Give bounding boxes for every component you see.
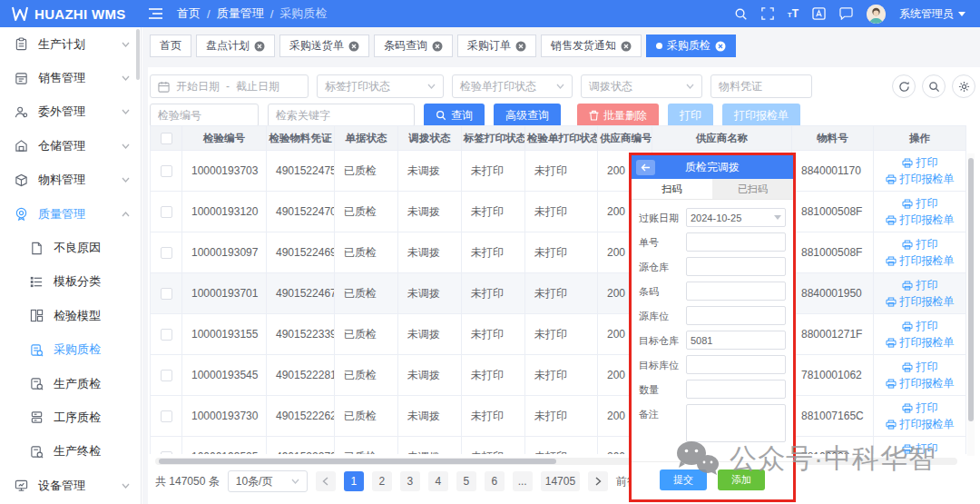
scrollbar-thumb[interactable]	[968, 158, 974, 421]
batch-delete-button[interactable]: 批量删除	[577, 104, 659, 127]
page-size-select[interactable]: 10条/页	[228, 470, 308, 492]
sidebar-item-production-qc[interactable]: 生产质检	[0, 367, 141, 400]
user-menu[interactable]: 系统管理员	[899, 6, 965, 22]
back-button[interactable]	[636, 160, 655, 175]
print-button[interactable]: 打印	[668, 104, 713, 127]
more-pages-button[interactable]: ...	[513, 471, 533, 491]
settings-button[interactable]	[952, 74, 975, 98]
keyword-input[interactable]	[268, 104, 415, 127]
translate-icon[interactable]	[812, 7, 826, 20]
row-checkbox[interactable]	[161, 288, 172, 300]
search-icon[interactable]	[734, 7, 748, 21]
inspect-no-input[interactable]	[150, 104, 259, 127]
row-checkbox[interactable]	[161, 165, 172, 177]
advanced-search-button[interactable]: 高级查询	[494, 104, 561, 127]
sidebar-item-defect-reason[interactable]: 不良原因	[0, 231, 141, 264]
print-link[interactable]: 打印	[874, 236, 965, 252]
inspect-print-status-select[interactable]: 检验单打印状态	[452, 74, 573, 98]
breadcrumb-quality[interactable]: 质量管理	[217, 5, 264, 22]
tab-barcode-query[interactable]: 条码查询	[374, 35, 453, 57]
print-report-link[interactable]: 打印报检单	[874, 375, 965, 391]
sidebar-item-quality[interactable]: 质量管理	[0, 197, 141, 231]
tab-scan[interactable]: 扫码	[632, 179, 712, 199]
sidebar-item-equipment[interactable]: 设备管理	[0, 469, 141, 502]
source-bin-input[interactable]	[686, 306, 786, 325]
tab-sales-notice[interactable]: 销售发货通知	[541, 35, 642, 57]
close-icon[interactable]	[432, 41, 443, 52]
print-report-button[interactable]: 打印报检单	[722, 104, 800, 127]
print-link[interactable]: 打印	[874, 440, 965, 454]
select-all-checkbox[interactable]	[161, 133, 172, 144]
close-icon[interactable]	[254, 41, 265, 52]
target-warehouse-input[interactable]	[686, 331, 786, 350]
search-button[interactable]: 查询	[424, 104, 485, 127]
material-voucher-input[interactable]	[710, 74, 812, 98]
sidebar-item-purchase-qc[interactable]: 采购质检	[0, 333, 141, 367]
row-checkbox[interactable]	[161, 451, 172, 454]
page-button[interactable]: 1	[344, 471, 364, 491]
avatar[interactable]	[867, 5, 886, 24]
sidebar-item-template-category[interactable]: 模板分类	[0, 265, 141, 299]
submit-button[interactable]: 提交	[660, 469, 707, 490]
close-icon[interactable]	[348, 41, 359, 52]
label-print-status-select[interactable]: 标签打印状态	[317, 74, 444, 98]
barcode-input[interactable]	[686, 282, 786, 301]
close-icon[interactable]	[515, 41, 526, 52]
print-report-link[interactable]: 打印报检单	[874, 212, 965, 228]
row-checkbox[interactable]	[161, 206, 172, 218]
sidebar-item-production-plan[interactable]: 生产计划	[0, 27, 141, 61]
quantity-input[interactable]	[686, 380, 786, 399]
vertical-scrollbar[interactable]	[967, 153, 975, 456]
page-button[interactable]: 2	[372, 471, 392, 491]
page-button[interactable]: 4	[428, 471, 448, 491]
sidebar-item-sales[interactable]: 销售管理	[0, 61, 141, 94]
tab-purchase-delivery[interactable]: 采购送货单	[279, 35, 369, 57]
print-report-link[interactable]: 打印报检单	[874, 252, 965, 269]
scrollbar-thumb[interactable]	[159, 459, 556, 464]
page-button[interactable]: 3	[400, 471, 420, 491]
posting-date-select[interactable]: 2024-10-25	[686, 208, 786, 227]
sidebar-item-outsourcing[interactable]: 委外管理	[0, 95, 141, 129]
print-link[interactable]: 打印	[874, 359, 965, 375]
horizontal-scrollbar[interactable]	[155, 458, 957, 465]
add-button[interactable]: 添加	[718, 469, 765, 490]
page-button[interactable]: 6	[485, 471, 505, 491]
print-link[interactable]: 打印	[874, 154, 965, 171]
print-link[interactable]: 打印	[874, 277, 965, 293]
tab-purchase-qc[interactable]: 采购质检	[646, 35, 736, 57]
menu-collapse-icon[interactable]	[149, 8, 162, 19]
sidebar-item-material[interactable]: 物料管理	[0, 163, 141, 197]
sidebar-item-warehouse[interactable]: 仓储管理	[0, 129, 141, 163]
tab-purchase-order[interactable]: 采购订单	[457, 35, 536, 57]
date-range-picker[interactable]: 开始日期 - 截止日期	[150, 74, 309, 98]
print-report-link[interactable]: 打印报检单	[874, 416, 965, 432]
remark-textarea[interactable]	[686, 404, 786, 442]
row-checkbox[interactable]	[161, 329, 172, 341]
sidebar-scrollbar[interactable]	[136, 29, 140, 80]
refresh-button[interactable]	[892, 74, 916, 98]
close-icon[interactable]	[715, 41, 726, 52]
print-link[interactable]: 打印	[874, 400, 965, 416]
font-size-icon[interactable]: TT	[788, 8, 799, 19]
prev-page-button[interactable]	[316, 471, 336, 491]
row-checkbox[interactable]	[161, 410, 172, 422]
page-button[interactable]: 5	[456, 471, 476, 491]
message-icon[interactable]	[839, 7, 853, 20]
order-no-input[interactable]	[686, 232, 786, 252]
sidebar-item-process-qc[interactable]: 工序质检	[0, 400, 141, 434]
print-link[interactable]: 打印	[874, 318, 965, 334]
breadcrumb-home[interactable]: 首页	[177, 5, 201, 22]
target-bin-input[interactable]	[686, 355, 786, 374]
print-link[interactable]: 打印	[874, 195, 965, 212]
sidebar-item-inspection-model[interactable]: 检验模型	[0, 299, 141, 332]
print-report-link[interactable]: 打印报检单	[874, 171, 965, 187]
row-checkbox[interactable]	[161, 370, 172, 381]
close-icon[interactable]	[621, 41, 632, 52]
row-checkbox[interactable]	[161, 247, 172, 259]
tab-home[interactable]: 首页	[150, 35, 191, 57]
last-page-button[interactable]: 14705	[541, 471, 580, 491]
column-search-button[interactable]	[922, 74, 946, 98]
tab-count-plan[interactable]: 盘点计划	[196, 35, 275, 57]
print-report-link[interactable]: 打印报检单	[874, 334, 965, 351]
fullscreen-icon[interactable]	[761, 7, 774, 20]
